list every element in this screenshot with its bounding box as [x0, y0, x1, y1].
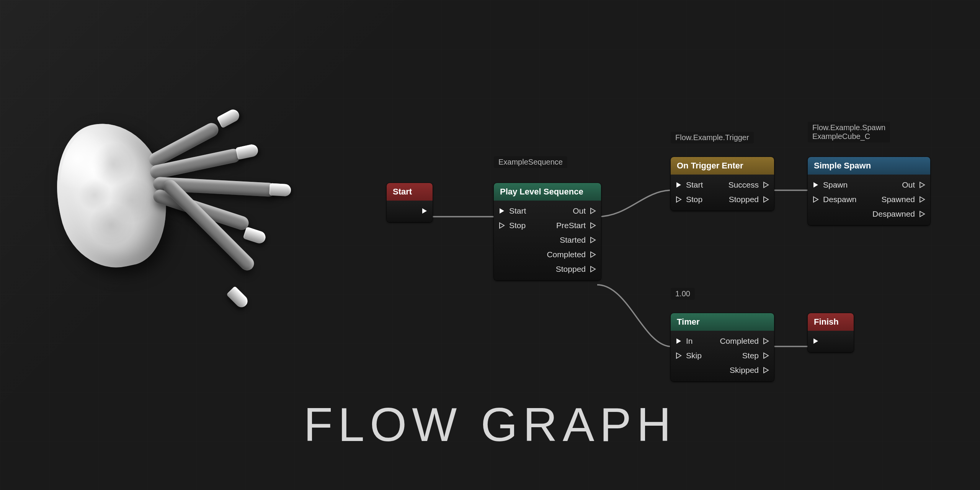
- node-simple-spawn[interactable]: Simple Spawn Spawn Out Despawn Spawned: [808, 157, 930, 225]
- node-on-trigger-enter[interactable]: On Trigger Enter Start Success Stop Stop…: [671, 157, 774, 211]
- node-start[interactable]: Start: [387, 183, 433, 222]
- cable-plug: [269, 183, 291, 197]
- play-outline-icon: [763, 338, 769, 345]
- node-title: Timer: [671, 313, 774, 331]
- play-outline-icon: [763, 367, 769, 374]
- play-outline-icon: [590, 266, 596, 273]
- play-outline-icon: [590, 237, 596, 243]
- output-pin-despawned[interactable]: Despawned: [872, 209, 926, 219]
- play-outline-icon: [812, 196, 819, 203]
- input-pin-skip[interactable]: Skip: [675, 351, 702, 360]
- play-outline-icon: [675, 196, 682, 203]
- input-pin-despawn[interactable]: Despawn: [812, 195, 857, 204]
- output-pin-success[interactable]: Success: [728, 180, 769, 189]
- node-title: Simple Spawn: [808, 157, 930, 175]
- node-play-level-sequence[interactable]: Play Level Sequence Start Out Stop PreSt…: [494, 183, 601, 280]
- output-pin-spawned[interactable]: Spawned: [881, 195, 926, 204]
- play-icon: [675, 181, 682, 188]
- timer-value-label: 1.00: [671, 288, 695, 300]
- input-pin-in[interactable]: In: [675, 336, 693, 346]
- node-timer[interactable]: Timer In Completed Skip Step: [671, 313, 774, 381]
- output-pin-started[interactable]: Started: [560, 235, 596, 245]
- node-title: On Trigger Enter: [671, 157, 774, 175]
- play-icon: [812, 338, 819, 345]
- play-outline-icon: [763, 181, 769, 188]
- play-outline-icon: [590, 207, 596, 214]
- node-annotation: ExampleSequence: [494, 156, 567, 168]
- play-icon: [498, 207, 505, 214]
- node-title: Start: [387, 183, 433, 201]
- input-pin-stop[interactable]: Stop: [498, 221, 526, 230]
- output-pin-stopped[interactable]: Stopped: [556, 265, 596, 274]
- node-title: Finish: [808, 313, 854, 331]
- input-pin-spawn[interactable]: Spawn: [812, 180, 848, 189]
- play-outline-icon: [498, 222, 505, 229]
- node-finish[interactable]: Finish: [808, 313, 854, 352]
- play-outline-icon: [590, 251, 596, 258]
- page-title: FLOW GRAPH: [304, 397, 676, 452]
- input-pin-start[interactable]: Start: [498, 206, 526, 216]
- play-outline-icon: [763, 352, 769, 359]
- node-title: Play Level Sequence: [494, 183, 601, 201]
- play-outline-icon: [919, 196, 926, 203]
- play-icon: [675, 338, 682, 345]
- play-outline-icon: [675, 352, 682, 359]
- output-pin-completed[interactable]: Completed: [720, 336, 769, 346]
- output-pin-skipped[interactable]: Skipped: [730, 366, 769, 375]
- node-annotation: Flow.Example.Trigger: [671, 132, 754, 144]
- output-pin-prestart[interactable]: PreStart: [556, 221, 596, 230]
- play-outline-icon: [919, 211, 926, 217]
- output-pin-completed[interactable]: Completed: [547, 250, 596, 259]
- output-pin-stopped[interactable]: Stopped: [729, 195, 769, 204]
- node-annotation: Flow.Example.Spawn ExampleCube_C: [808, 122, 890, 142]
- play-outline-icon: [919, 181, 926, 188]
- output-pin-step[interactable]: Step: [742, 351, 769, 360]
- play-icon: [421, 207, 428, 214]
- input-pin-stop[interactable]: Stop: [675, 195, 702, 204]
- output-pin-out[interactable]: Out: [573, 206, 596, 216]
- exec-in-pin[interactable]: [812, 338, 819, 345]
- input-pin-start[interactable]: Start: [675, 180, 703, 189]
- play-outline-icon: [590, 222, 596, 229]
- play-icon: [812, 181, 819, 188]
- exec-out-pin[interactable]: [421, 207, 428, 214]
- play-outline-icon: [763, 196, 769, 203]
- output-pin-out[interactable]: Out: [902, 180, 926, 189]
